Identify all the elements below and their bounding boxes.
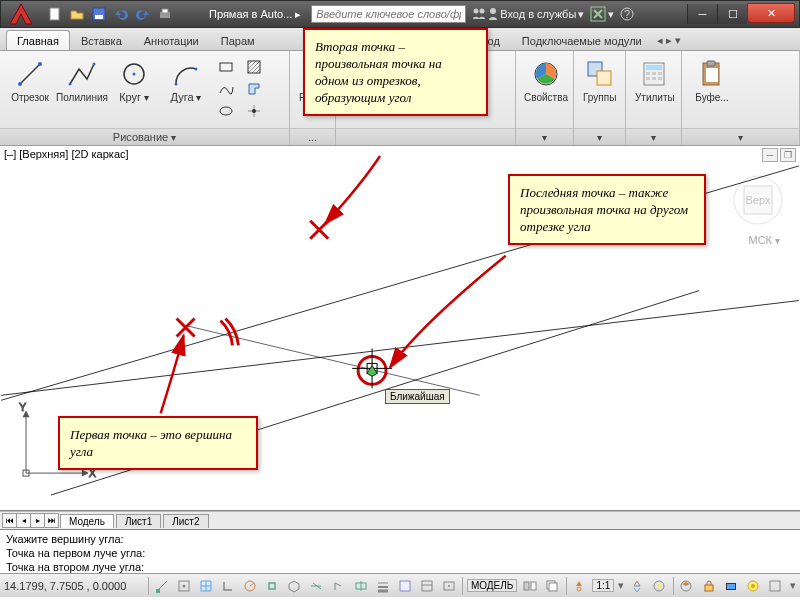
title-bar: Прямая в Auto... ▸ Вход в службы ▾ ▾ ? ─… <box>0 0 800 28</box>
qv-drawings-icon[interactable] <box>543 577 561 595</box>
save-icon[interactable] <box>91 6 107 22</box>
undo-icon[interactable] <box>113 6 129 22</box>
utilities-button[interactable]: Утилиты <box>632 55 678 106</box>
signin-label: Вход в службы <box>500 8 576 20</box>
sheet-layout2[interactable]: Лист2 <box>163 514 208 528</box>
close-button[interactable]: ✕ <box>747 3 795 23</box>
annovis-icon[interactable] <box>628 577 646 595</box>
svg-rect-72 <box>524 582 529 590</box>
polar-icon[interactable] <box>241 577 259 595</box>
sheet-first-icon[interactable]: ⏮ <box>2 513 17 528</box>
polyline-button[interactable]: Полилиния <box>58 55 106 106</box>
properties-button[interactable]: Свойства <box>522 55 570 106</box>
clean-screen-icon[interactable] <box>766 577 784 595</box>
sheet-prev-icon[interactable]: ◂ <box>16 513 31 528</box>
svg-rect-67 <box>400 581 410 591</box>
tab-annotations[interactable]: Аннотации <box>133 30 210 50</box>
app-logo[interactable] <box>3 1 39 27</box>
region-icon[interactable] <box>244 79 264 99</box>
signin-link[interactable]: Вход в службы ▾ <box>472 7 584 21</box>
tab-insert[interactable]: Вставка <box>70 30 133 50</box>
svg-rect-35 <box>652 77 656 80</box>
svg-point-58 <box>183 584 186 587</box>
dyn-icon[interactable] <box>352 577 370 595</box>
ducs-icon[interactable] <box>330 577 348 595</box>
osnap-icon[interactable] <box>263 577 281 595</box>
rect-icon[interactable] <box>216 57 236 77</box>
title-right-controls: Вход в службы ▾ ▾ ? <box>472 6 634 22</box>
sc-icon[interactable] <box>440 577 458 595</box>
annoauto-icon[interactable] <box>650 577 668 595</box>
drawing-area[interactable]: [–] [Верхняя] [2D каркас] ─ ❐ Верх МСК ▾ <box>0 146 800 511</box>
svg-point-12 <box>18 82 22 86</box>
tab-scroll[interactable]: ◂ ▸ ▾ <box>657 34 681 50</box>
spline-icon[interactable] <box>216 79 236 99</box>
panel-draw-title[interactable]: Рисование ▾ <box>0 128 289 145</box>
svg-point-21 <box>220 107 232 115</box>
redo-icon[interactable] <box>135 6 151 22</box>
panel-utilities: Утилиты ▾ <box>626 51 682 145</box>
sheet-last-icon[interactable]: ⏭ <box>44 513 59 528</box>
search-input[interactable] <box>311 5 466 23</box>
coordinates[interactable]: 14.1799, 7.7505 , 0.0000 <box>4 580 144 592</box>
minimize-button[interactable]: ─ <box>687 4 717 24</box>
line-button[interactable]: Отрезок <box>6 55 54 106</box>
circle-button[interactable]: Круг ▾ <box>110 55 158 106</box>
ellipse-icon[interactable] <box>216 101 236 121</box>
model-space-button[interactable]: МОДЕЛЬ <box>467 579 517 592</box>
tab-parametric[interactable]: Парам <box>210 30 266 50</box>
svg-rect-85 <box>770 581 780 591</box>
groups-button[interactable]: Группы <box>580 55 619 106</box>
svg-rect-38 <box>707 61 715 66</box>
status-bar: 14.1799, 7.7505 , 0.0000 МОДЕЛЬ 1:1 ▾ ▾ <box>0 573 800 597</box>
lwt-icon[interactable] <box>374 577 392 595</box>
sheet-model[interactable]: Модель <box>60 514 114 528</box>
arc-button[interactable]: Дуга ▾ <box>162 55 210 106</box>
open-icon[interactable] <box>69 6 85 22</box>
infer-icon[interactable] <box>153 577 171 595</box>
lock-icon[interactable] <box>700 577 718 595</box>
svg-rect-0 <box>50 8 59 20</box>
tab-plugins[interactable]: Подключаемые модули <box>511 30 653 50</box>
svg-point-13 <box>38 62 42 66</box>
new-icon[interactable] <box>47 6 63 22</box>
svg-point-19 <box>195 68 198 71</box>
help-icon[interactable]: ? <box>620 7 634 21</box>
ortho-icon[interactable] <box>219 577 237 595</box>
isolate-icon[interactable] <box>744 577 762 595</box>
svg-rect-36 <box>658 77 662 80</box>
qp-icon[interactable] <box>418 577 436 595</box>
exchange-icon[interactable]: ▾ <box>590 6 614 22</box>
svg-point-15 <box>93 63 96 66</box>
tpy-icon[interactable] <box>396 577 414 595</box>
svg-point-18 <box>175 83 178 86</box>
svg-point-5 <box>474 9 479 14</box>
scale-value[interactable]: 1:1 <box>592 579 614 592</box>
sheet-next-icon[interactable]: ▸ <box>30 513 45 528</box>
annoscale-icon[interactable] <box>570 577 588 595</box>
grid-icon[interactable] <box>197 577 215 595</box>
scale-dropdown-icon[interactable]: ▾ <box>618 579 624 592</box>
search-box[interactable] <box>311 5 466 23</box>
svg-rect-73 <box>531 582 536 590</box>
title-dropdown-icon[interactable]: ▸ <box>295 8 301 21</box>
3dosnap-icon[interactable] <box>285 577 303 595</box>
snap-icon[interactable] <box>175 577 193 595</box>
print-icon[interactable] <box>157 6 173 22</box>
command-line[interactable]: Укажите вершину угла: Точка на первом лу… <box>0 529 800 573</box>
clipboard-button[interactable]: Буфе... <box>688 55 736 106</box>
otrack-icon[interactable] <box>307 577 325 595</box>
sheet-layout1[interactable]: Лист1 <box>116 514 161 528</box>
point-icon[interactable] <box>244 101 264 121</box>
maximize-button[interactable]: ☐ <box>717 4 747 24</box>
tab-home[interactable]: Главная <box>6 30 70 50</box>
window-title: Прямая в Auto... <box>209 8 292 20</box>
svg-rect-20 <box>220 63 232 71</box>
svg-rect-4 <box>162 9 168 13</box>
ws-icon[interactable] <box>677 577 695 595</box>
person-icon <box>488 7 498 21</box>
statusbar-menu-icon[interactable]: ▾ <box>790 579 796 592</box>
hatch-icon[interactable] <box>244 57 264 77</box>
hardware-icon[interactable] <box>722 577 740 595</box>
qv-layouts-icon[interactable] <box>521 577 539 595</box>
